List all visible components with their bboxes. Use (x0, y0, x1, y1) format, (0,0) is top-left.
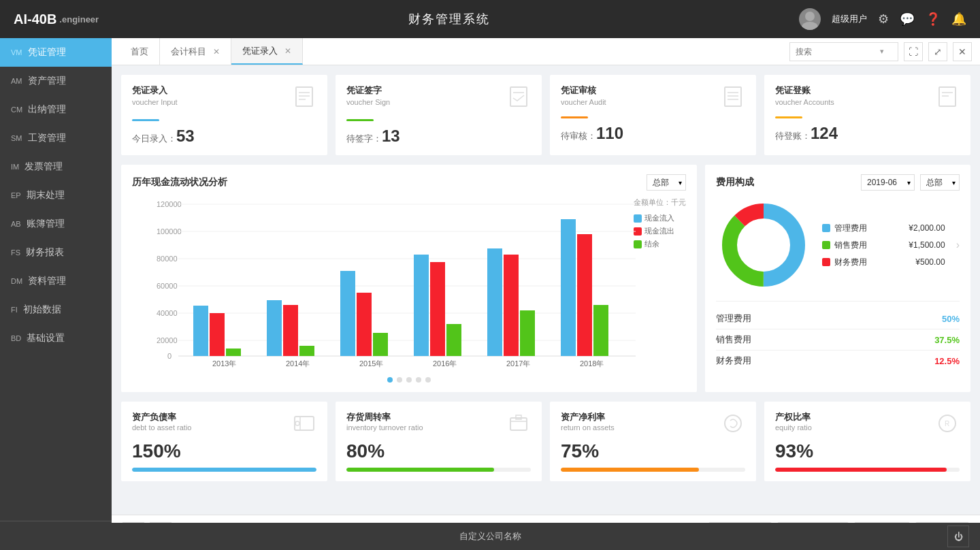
svg-rect-57 (295, 417, 314, 430)
svg-rect-41 (414, 255, 429, 356)
sidebar: VM 凭证管理 AM 资产管理 CM 出纳管理 SM 工资管理 IM 发票管理 … (0, 38, 112, 550)
sidebar-item-voucher[interactable]: VM 凭证管理 (0, 38, 112, 67)
tab-home-label: 首页 (131, 46, 148, 58)
chart-dot-4 (425, 377, 431, 383)
svg-text:40000: 40000 (157, 309, 178, 317)
fullscreen-btn[interactable]: ⛶ (904, 42, 923, 61)
stat-icon-3 (935, 84, 960, 111)
sidebar-item-salary[interactable]: SM 工资管理 (0, 124, 112, 152)
stat-title-3: 凭证登账 (775, 84, 834, 97)
question-icon[interactable]: ❓ (926, 12, 941, 27)
ratio-icon-3: R (935, 411, 960, 438)
pie-date-select[interactable]: 2019-06 (861, 174, 915, 191)
tab-accounts-label: 会计科目 (171, 46, 206, 58)
chart-area: 金额单位：千元 现金流入 现金流出 结余 120000 100000 80000… (132, 197, 686, 374)
sidebar-item-initial[interactable]: FI 初始数据 (0, 295, 112, 324)
svg-rect-38 (357, 293, 372, 356)
sidebar-item-period[interactable]: EP 期末处理 (0, 181, 112, 210)
stat-cards: 凭证录入 voucher Input 今日录入：53 凭证签字 (121, 75, 970, 155)
tab-home[interactable]: 首页 (120, 38, 160, 65)
sidebar-item-report[interactable]: FS 财务报表 (0, 238, 112, 267)
stat-card-voucher-audit: 凭证审核 voucher Audit 待审核：110 (550, 75, 756, 155)
svg-text:2014年: 2014年 (286, 359, 310, 368)
chart-pie-row: 历年现金流动状况分析 总部 金额单位：千元 现金流入 现金流出 结余 (121, 165, 970, 392)
sidebar-item-asset[interactable]: AM 资产管理 (0, 67, 112, 95)
pie-chart-row: 管理费用 ¥2,000.00 销售费用 ¥1,500.00 财务费用 ¥500.… (716, 197, 960, 293)
chart-select-wrapper[interactable]: 总部 (647, 174, 686, 191)
svg-point-0 (805, 12, 815, 21)
bell-icon[interactable]: 🔔 (951, 12, 966, 27)
svg-rect-6 (510, 87, 527, 106)
stat-title-0: 凭证录入 (132, 84, 178, 97)
ratio-card-0: 资产负债率 debt to asset ratio 150% (121, 402, 327, 481)
gear-icon[interactable]: ⚙ (878, 12, 889, 27)
chart-title: 历年现金流动状况分析 (132, 176, 227, 189)
svg-point-59 (295, 421, 299, 425)
svg-rect-47 (520, 310, 535, 356)
search-box[interactable]: ▾ (789, 42, 898, 61)
sidebar-prefix-sm: SM (11, 134, 22, 142)
ratio-card-3: 产权比率 equity ratio R 93% (764, 402, 970, 481)
svg-text:20000: 20000 (157, 336, 178, 344)
svg-text:2015年: 2015年 (359, 359, 383, 368)
ratio-subtitle-2: return on assets (561, 423, 615, 432)
tab-bar: 首页 会计科目 ✕ 凭证录入 ✕ ▾ ⛶ ⤢ ✕ (112, 38, 980, 65)
pie-title: 费用构成 (716, 176, 754, 189)
tab-accounts[interactable]: 会计科目 ✕ (160, 38, 231, 65)
tab-voucher-close[interactable]: ✕ (284, 46, 291, 56)
pie-legend-dot-2 (822, 258, 830, 266)
expand-btn[interactable]: ⤢ (928, 42, 947, 61)
pie-legend-val-1: ¥1,500.00 (909, 240, 945, 250)
svg-text:80000: 80000 (157, 255, 178, 263)
stat-subtitle-2: voucher Audit (561, 98, 606, 106)
sidebar-item-settings[interactable]: BD 基础设置 (0, 324, 112, 353)
pie-metric-2: 财务费用 12.5% (716, 351, 960, 371)
pie-dept-select-wrapper[interactable]: 总部 (920, 174, 960, 191)
search-dropdown-icon[interactable]: ▾ (880, 47, 884, 56)
ratio-subtitle-0: debt to asset ratio (132, 423, 191, 432)
ratio-cards: 资产负债率 debt to asset ratio 150% 存货周转率 (121, 402, 970, 481)
ratio-card-2: 资产净利率 return on assets 75% (550, 402, 756, 481)
chart-dept-select[interactable]: 总部 (647, 174, 686, 191)
stat-card-voucher-accounts: 凭证登账 voucher Accounts 待登账：124 (764, 75, 970, 155)
sidebar-prefix-am: AM (11, 77, 22, 85)
pie-legend-item-2: 财务费用 ¥500.00 (822, 257, 945, 268)
chart-dot-1 (397, 377, 402, 383)
pie-metric-val-1: 37.5% (934, 335, 960, 345)
svg-rect-33 (267, 300, 282, 356)
sidebar-item-data[interactable]: DM 资料管理 (0, 267, 112, 295)
pie-legend-val-0: ¥2,000.00 (909, 223, 945, 233)
tab-voucher[interactable]: 凭证录入 ✕ (231, 38, 303, 65)
sidebar-item-ledger[interactable]: AB 账簿管理 (0, 210, 112, 238)
sidebar-item-cashier[interactable]: CM 出纳管理 (0, 95, 112, 124)
wechat-icon[interactable]: 💬 (900, 12, 915, 27)
stat-bar-0 (132, 119, 159, 121)
tab-accounts-close[interactable]: ✕ (213, 47, 220, 56)
sidebar-label-am: 资产管理 (28, 75, 66, 87)
pie-legend-label-0: 管理费用 (834, 223, 904, 234)
search-input[interactable] (796, 47, 877, 56)
svg-text:0: 0 (167, 352, 172, 360)
pie-legend-item-0: 管理费用 ¥2,000.00 (822, 223, 945, 234)
sidebar-prefix-bd: BD (11, 334, 21, 342)
close-btn[interactable]: ✕ (953, 42, 972, 61)
power-btn[interactable]: ⏻ (947, 525, 969, 547)
sidebar-prefix-ep: EP (11, 191, 21, 199)
sidebar-item-invoice[interactable]: IM 发票管理 (0, 152, 112, 181)
bar-chart-svg: 120000 100000 80000 60000 40000 20000 0 (132, 197, 670, 368)
company-name: 自定义公司名称 (459, 530, 521, 543)
tabs: 首页 会计科目 ✕ 凭证录入 ✕ (120, 38, 303, 65)
pie-dept-select[interactable]: 总部 (920, 174, 960, 191)
content-scroll: 凭证录入 voucher Input 今日录入：53 凭证签字 (112, 65, 980, 515)
ratio-progress-3 (775, 468, 960, 472)
svg-rect-30 (210, 313, 225, 356)
svg-rect-43 (446, 324, 461, 356)
ratio-value-1: 80% (346, 440, 531, 462)
svg-point-1 (802, 22, 818, 30)
pie-date-select-wrapper[interactable]: 2019-06 (861, 174, 915, 191)
pie-arrow[interactable]: › (956, 239, 960, 251)
sidebar-prefix-fs: FS (11, 248, 20, 257)
pie-legend-dot-0 (822, 224, 830, 232)
ratio-fill-0 (132, 468, 316, 472)
ratio-title-1: 存货周转率 (346, 411, 423, 423)
